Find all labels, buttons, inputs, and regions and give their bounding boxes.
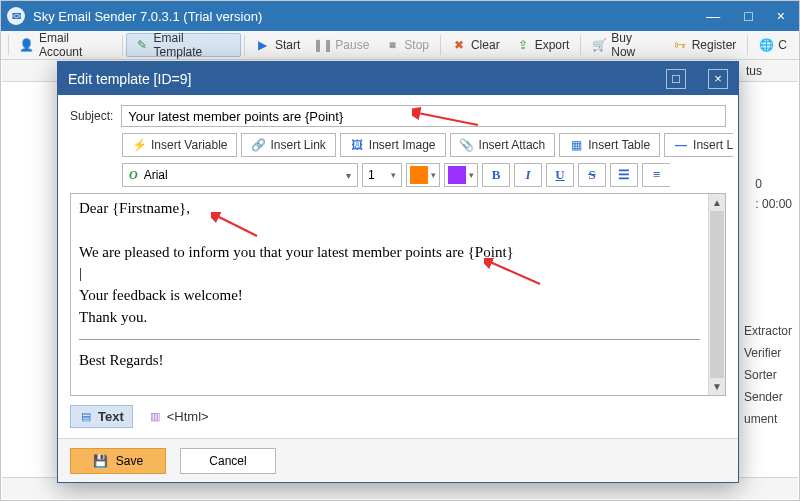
number-list-button[interactable]: ≡ <box>642 163 670 187</box>
template-icon: ✎ <box>135 38 148 52</box>
side-verifier[interactable]: Verifier <box>742 342 794 364</box>
register-label: Register <box>692 38 737 52</box>
body-line4: Thank you. <box>79 307 700 329</box>
bold-button[interactable]: B <box>482 163 510 187</box>
pause-button[interactable]: ❚❚ Pause <box>308 33 377 57</box>
tab-text-label: Text <box>98 409 124 424</box>
body-line1: Dear {Firstname}, <box>79 198 700 220</box>
insert-image-label: Insert Image <box>369 138 436 152</box>
subject-input[interactable] <box>121 105 726 127</box>
email-account-button[interactable]: 👤 Email Account <box>12 33 119 57</box>
stop-label: Stop <box>404 38 429 52</box>
side-ument[interactable]: ument <box>742 408 794 430</box>
email-template-label: Email Template <box>154 31 232 59</box>
editor-mode-tabs: ▤ Text ▥ <Html> <box>70 402 726 428</box>
app-icon: ✉ <box>7 7 25 25</box>
maximize-button[interactable]: □ <box>744 8 752 24</box>
insert-table-button[interactable]: ▦ Insert Table <box>559 133 660 157</box>
check-update-button-truncated[interactable]: 🌐 C <box>751 33 795 57</box>
save-label: Save <box>116 454 143 468</box>
pause-label: Pause <box>335 38 369 52</box>
cancel-label: Cancel <box>209 454 246 468</box>
email-template-button[interactable]: ✎ Email Template <box>126 33 241 57</box>
font-size-value: 1 <box>368 168 375 182</box>
cart-icon: 🛒 <box>592 38 606 52</box>
insert-attach-label: Insert Attach <box>479 138 546 152</box>
body-line5: Best Regards! <box>79 350 700 372</box>
side-extractor[interactable]: Extractor <box>742 320 794 342</box>
insert-attach-button[interactable]: 📎 Insert Attach <box>450 133 556 157</box>
side-sorter[interactable]: Sorter <box>742 364 794 386</box>
insert-line-label: Insert L <box>693 138 733 152</box>
scroll-up-icon[interactable]: ▲ <box>709 194 725 211</box>
italic-button[interactable]: I <box>514 163 542 187</box>
underline-button[interactable]: U <box>546 163 574 187</box>
insert-link-button[interactable]: 🔗 Insert Link <box>241 133 335 157</box>
info-time: : 00:00 <box>755 194 792 214</box>
bullet-list-button[interactable]: ☰ <box>610 163 638 187</box>
chevron-down-icon: ▾ <box>469 170 474 180</box>
chevron-down-icon: ▾ <box>391 170 396 180</box>
editor-body[interactable]: Dear {Firstname}, We are pleased to info… <box>71 194 708 395</box>
save-icon: 💾 <box>93 454 108 468</box>
scroll-down-icon[interactable]: ▼ <box>709 378 725 395</box>
check-update-label: C <box>778 38 787 52</box>
background-sidelist: Extractor Verifier Sorter Sender ument <box>742 320 794 430</box>
close-button[interactable]: × <box>777 8 785 24</box>
side-sender[interactable]: Sender <box>742 386 794 408</box>
image-icon: 🖼 <box>350 138 364 152</box>
insert-variable-label: Insert Variable <box>151 138 227 152</box>
subject-label: Subject: <box>70 109 113 123</box>
email-account-label: Email Account <box>39 31 111 59</box>
text-icon: ▤ <box>79 410 93 424</box>
clear-label: Clear <box>471 38 500 52</box>
font-name: Arial <box>144 168 168 182</box>
buy-now-button[interactable]: 🛒 Buy Now <box>584 33 664 57</box>
link-icon: 🔗 <box>251 138 265 152</box>
tab-html-label: <Html> <box>167 409 209 424</box>
cancel-button[interactable]: Cancel <box>180 448 276 474</box>
export-label: Export <box>535 38 570 52</box>
clear-icon: ✖ <box>452 38 466 52</box>
insert-image-button[interactable]: 🖼 Insert Image <box>340 133 446 157</box>
editor-insert-toolbar: ⚡ Insert Variable 🔗 Insert Link 🖼 Insert… <box>122 133 726 157</box>
start-button[interactable]: ▶ Start <box>248 33 308 57</box>
strike-button[interactable]: S <box>578 163 606 187</box>
highlight-color-button[interactable]: ▾ <box>444 163 478 187</box>
tab-text[interactable]: ▤ Text <box>70 405 133 428</box>
export-button[interactable]: ⇪ Export <box>508 33 578 57</box>
minimize-button[interactable]: — <box>706 8 720 24</box>
user-icon: 👤 <box>20 38 34 52</box>
editor-area: Dear {Firstname}, We are pleased to info… <box>70 193 726 396</box>
chevron-down-icon: ▾ <box>346 170 351 181</box>
font-select[interactable]: O Arial ▾ <box>122 163 358 187</box>
insert-link-label: Insert Link <box>270 138 325 152</box>
key-icon: 🗝 <box>673 38 687 52</box>
font-size-select[interactable]: 1 ▾ <box>362 163 402 187</box>
minus-icon: — <box>674 138 688 152</box>
stop-button[interactable]: ■ Stop <box>377 33 437 57</box>
buy-now-label: Buy Now <box>611 31 656 59</box>
column-status-truncated: tus <box>738 64 798 78</box>
editor-scrollbar[interactable]: ▲ ▼ <box>708 194 725 395</box>
html-icon: ▥ <box>148 410 162 424</box>
main-toolbar: 👤 Email Account ✎ Email Template ▶ Start… <box>1 31 799 60</box>
insert-line-button-truncated[interactable]: — Insert L <box>664 133 733 157</box>
pause-icon: ❚❚ <box>316 38 330 52</box>
start-label: Start <box>275 38 300 52</box>
dialog-maximize-button[interactable]: □ <box>666 69 686 89</box>
chevron-down-icon: ▾ <box>431 170 436 180</box>
save-button[interactable]: 💾 Save <box>70 448 166 474</box>
text-color-button[interactable]: ▾ <box>406 163 440 187</box>
table-icon: ▦ <box>569 138 583 152</box>
horizontal-rule <box>79 339 700 340</box>
tab-html[interactable]: ▥ <Html> <box>139 405 218 428</box>
clear-button[interactable]: ✖ Clear <box>444 33 508 57</box>
register-button[interactable]: 🗝 Register <box>665 33 745 57</box>
play-icon: ▶ <box>256 38 270 52</box>
window-controls: — □ × <box>706 8 793 24</box>
font-o-icon: O <box>129 168 138 183</box>
insert-variable-button[interactable]: ⚡ Insert Variable <box>122 133 237 157</box>
stop-icon: ■ <box>385 38 399 52</box>
dialog-close-button[interactable]: × <box>708 69 728 89</box>
